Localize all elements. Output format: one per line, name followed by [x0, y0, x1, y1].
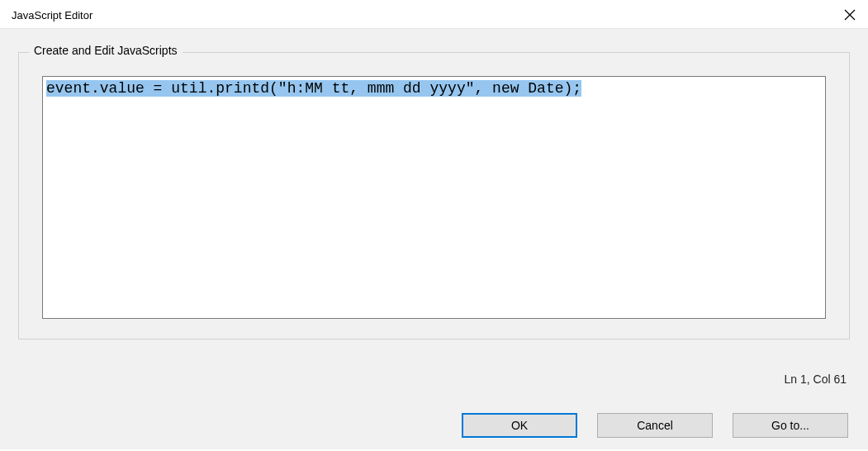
code-editor[interactable]: event.value = util.printd("h:MM tt, mmm …: [43, 77, 825, 318]
editor-container: event.value = util.printd("h:MM tt, mmm …: [42, 76, 826, 319]
close-button[interactable]: [842, 7, 858, 23]
ok-button[interactable]: OK: [462, 413, 577, 438]
cursor-position: Ln 1, Col 61: [785, 373, 847, 386]
cancel-button[interactable]: Cancel: [597, 413, 713, 438]
title-bar: JavaScript Editor: [0, 0, 868, 28]
dialog-content: Create and Edit JavaScripts event.value …: [0, 28, 868, 449]
window-title: JavaScript Editor: [12, 9, 92, 21]
button-row: OK Cancel Go to...: [0, 413, 868, 438]
goto-button[interactable]: Go to...: [733, 413, 848, 438]
groupbox-label: Create and Edit JavaScripts: [29, 44, 183, 57]
close-icon: [844, 9, 856, 21]
selected-text[interactable]: event.value = util.printd("h:MM tt, mmm …: [46, 80, 581, 97]
groupbox: Create and Edit JavaScripts event.value …: [18, 52, 850, 339]
